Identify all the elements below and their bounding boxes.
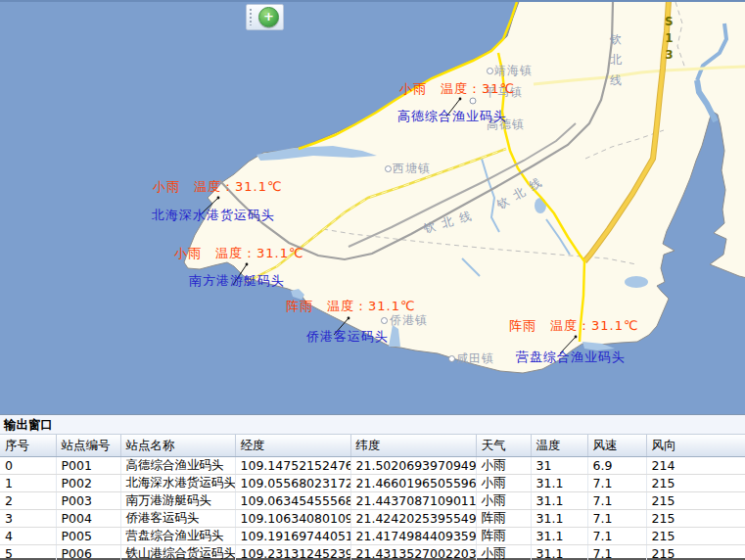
cell-序号: 4 xyxy=(0,528,56,545)
cell-天气: 阵雨 xyxy=(476,510,531,528)
application-window: 靖海镇平马镇高德镇西塘镇侨港镇咸田镇 小雨 温度：31℃高德综合渔业码头小雨 温… xyxy=(0,0,745,560)
cell-天气: 小雨 xyxy=(476,457,531,475)
lake xyxy=(625,276,648,288)
toolbar-grip-handle[interactable] xyxy=(250,9,252,25)
town-label: 靖海镇 xyxy=(494,63,533,79)
station-label: 营盘综合渔业码头 xyxy=(516,349,626,366)
table-header-row: 序号站点编号站点名称经度纬度天气温度风速风向 xyxy=(0,435,745,457)
weather-label: 小雨 温度：31.1℃ xyxy=(153,178,283,196)
cell-天气: 小雨 xyxy=(476,492,531,510)
cell-站点名称: 铁山港综合货运码头 xyxy=(120,545,235,560)
cell-序号: 1 xyxy=(0,475,56,492)
cell-温度: 31 xyxy=(531,457,587,475)
cell-站点编号: P002 xyxy=(56,475,120,492)
cell-站点编号: P001 xyxy=(56,457,120,475)
column-header-1[interactable]: 站点编号 xyxy=(56,435,120,457)
cell-站点名称: 侨港客运码头 xyxy=(120,510,235,528)
cell-站点名称: 南万港游艇码头 xyxy=(120,492,235,510)
weather-label: 阵雨 温度：31.1℃ xyxy=(286,298,416,315)
cell-纬度: 21.4174984409359 xyxy=(350,528,476,545)
cell-天气: 小雨 xyxy=(476,475,531,492)
output-window-title: 输出窗口 xyxy=(0,414,745,435)
column-header-0[interactable]: 序号 xyxy=(0,435,56,457)
cell-纬度: 21.4437087109011 xyxy=(350,492,476,510)
cell-经度: 109.147521524769 xyxy=(235,457,350,475)
table-row[interactable]: 2P003南万港游艇码头109.06345455568321.443708710… xyxy=(0,492,745,510)
column-header-4[interactable]: 纬度 xyxy=(350,435,476,457)
cell-风速: 6.9 xyxy=(587,457,646,475)
table-row[interactable]: 3P004侨港客运码头109.10634080109521.4242025395… xyxy=(0,510,745,528)
column-header-7[interactable]: 风速 xyxy=(587,435,646,457)
cell-温度: 31.1 xyxy=(531,510,587,528)
cell-天气: 阵雨 xyxy=(476,528,531,545)
map-canvas xyxy=(0,2,745,416)
town-label: 咸田镇 xyxy=(456,350,494,367)
cell-风向: 215 xyxy=(646,510,745,528)
cell-经度: 109.231312452397 xyxy=(235,545,350,560)
table-row[interactable]: 1P002北海深水港货运码头109.05568023172121.4660196… xyxy=(0,475,745,492)
cell-站点名称: 北海深水港货运码头 xyxy=(120,475,235,492)
cell-经度: 109.106340801095 xyxy=(235,510,350,528)
column-header-5[interactable]: 天气 xyxy=(476,435,531,457)
cell-风向: 214 xyxy=(646,457,745,475)
cell-温度: 31.1 xyxy=(531,528,587,545)
town-dot xyxy=(487,68,493,74)
table-row[interactable]: 4P005营盘综合渔业码头109.19169744051921.41749844… xyxy=(0,528,745,545)
station-label: 高德综合渔业码头 xyxy=(397,108,507,125)
cell-天气: 小雨 xyxy=(476,545,531,560)
weather-label: 小雨 温度：31.1℃ xyxy=(174,245,304,262)
cell-序号: 0 xyxy=(0,457,56,475)
map-view[interactable]: 靖海镇平马镇高德镇西塘镇侨港镇咸田镇 小雨 温度：31℃高德综合渔业码头小雨 温… xyxy=(0,0,745,416)
road-label-s13: S 1 3 xyxy=(665,14,674,64)
cell-经度: 109.055680231721 xyxy=(235,475,350,492)
cell-风速: 7.1 xyxy=(587,475,646,492)
cell-站点编号: P004 xyxy=(56,510,120,528)
column-header-2[interactable]: 站点名称 xyxy=(120,435,235,457)
cell-风速: 7.1 xyxy=(587,545,646,560)
station-label: 北海深水港货运码头 xyxy=(152,207,275,224)
town-circle xyxy=(470,98,476,104)
column-header-6[interactable]: 温度 xyxy=(531,435,587,457)
table-row[interactable]: 0P001高德综合渔业码头109.14752152476921.50206939… xyxy=(0,457,745,475)
cell-经度: 109.191697440519 xyxy=(235,528,350,545)
station-label: 侨港客运码头 xyxy=(306,328,389,346)
cell-站点编号: P003 xyxy=(56,492,120,510)
cell-站点名称: 高德综合渔业码头 xyxy=(120,457,235,475)
cell-纬度: 21.5020693970949 xyxy=(350,457,476,475)
cell-风向: 215 xyxy=(646,528,745,545)
cell-序号: 5 xyxy=(0,545,56,560)
column-header-3[interactable]: 经度 xyxy=(235,435,350,457)
cell-风速: 7.1 xyxy=(587,528,646,545)
output-window: 输出窗口 序号站点编号站点名称经度纬度天气温度风速风向 0P001高德综合渔业码… xyxy=(0,414,745,560)
weather-label: 小雨 温度：31℃ xyxy=(399,80,515,98)
cell-温度: 31.1 xyxy=(531,545,587,560)
railway-label-vertical: 钦 北 线 xyxy=(610,29,622,91)
cell-风向: 215 xyxy=(646,475,745,492)
weather-label: 阵雨 温度：31.1℃ xyxy=(509,317,639,335)
cell-经度: 109.063454555683 xyxy=(235,492,350,510)
cell-风向: 215 xyxy=(646,545,745,560)
column-header-8[interactable]: 风向 xyxy=(646,435,745,457)
station-table: 序号站点编号站点名称经度纬度天气温度风速风向 0P001高德综合渔业码头109.… xyxy=(0,435,745,560)
cell-温度: 31.1 xyxy=(531,475,587,492)
cell-站点名称: 营盘综合渔业码头 xyxy=(120,528,235,545)
town-dot xyxy=(381,317,388,324)
cell-站点编号: P005 xyxy=(56,528,120,545)
station-label: 南方港游艇码头 xyxy=(189,272,285,290)
cell-温度: 31.1 xyxy=(531,492,587,510)
table-row[interactable]: 5P006铁山港综合货运码头109.23131245239721.4313527… xyxy=(0,545,745,560)
cell-风速: 7.1 xyxy=(587,510,646,528)
cell-纬度: 21.4660196505596 xyxy=(350,475,476,492)
cell-风速: 7.1 xyxy=(587,492,646,510)
cell-序号: 2 xyxy=(0,492,56,510)
cell-站点编号: P006 xyxy=(56,545,120,560)
cell-纬度: 21.4313527002203 xyxy=(350,545,476,560)
map-toolbar: + xyxy=(246,4,284,30)
town-label: 西塘镇 xyxy=(393,161,431,177)
cell-纬度: 21.4242025395549 xyxy=(350,510,476,528)
town-dot xyxy=(385,165,392,172)
cell-序号: 3 xyxy=(0,510,56,528)
cell-风向: 215 xyxy=(646,492,745,510)
add-station-button[interactable]: + xyxy=(258,7,279,27)
town-dot xyxy=(448,355,455,362)
